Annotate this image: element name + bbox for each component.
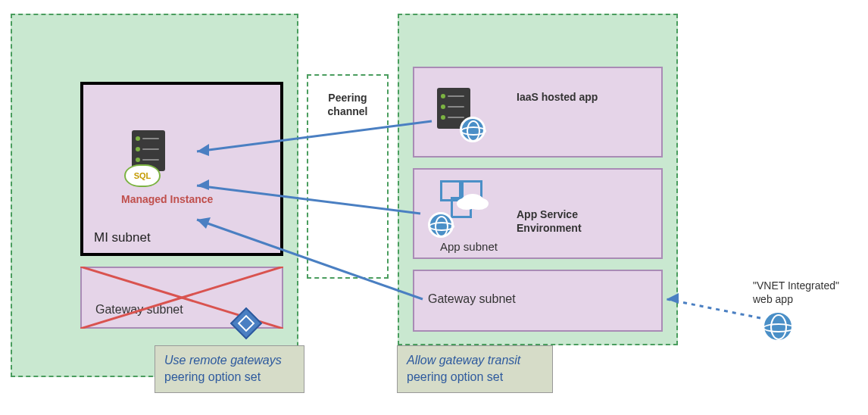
app-subnet-label: App subnet — [440, 240, 498, 253]
sql-cloud-badge: SQL — [124, 164, 161, 187]
server-line-icon — [448, 106, 464, 108]
managed-instance-label: Managed Instance — [121, 193, 213, 205]
app-service-env-label: App Service Environment — [517, 208, 582, 235]
mi-subnet-box: SQL Managed Instance MI subnet — [80, 82, 283, 256]
peering-label-line2: channel — [328, 105, 368, 117]
sql-badge-text: SQL — [134, 171, 151, 180]
cloud-icon — [461, 194, 484, 209]
left-caption-plain: peering option set — [164, 370, 261, 383]
server-line-icon — [448, 117, 464, 118]
right-caption-box: Allow gateway transit peering option set — [397, 345, 553, 393]
svg-line-9 — [667, 299, 760, 318]
right-gateway-subnet-label: Gateway subnet — [428, 292, 516, 306]
server-light-icon — [136, 147, 140, 151]
external-label-line1: "VNET Integrated" — [753, 279, 839, 292]
right-caption-plain: peering option set — [407, 370, 503, 383]
right-caption-italic: Allow gateway transit — [407, 354, 520, 367]
right-gateway-subnet-box: Gateway subnet — [413, 270, 663, 332]
server-light-icon — [136, 158, 140, 162]
globe-icon — [460, 117, 486, 142]
globe-arc-icon — [429, 222, 454, 231]
peering-label-line1: Peering — [328, 92, 367, 104]
external-globe-icon — [762, 310, 794, 342]
mi-subnet-label: MI subnet — [94, 230, 151, 245]
server-light-icon — [441, 94, 445, 98]
server-line-icon — [448, 95, 464, 97]
app-subnet-box: App Service Environment App subnet — [413, 168, 663, 259]
right-vnet-container: IaaS hosted app App Service Environment … — [398, 14, 678, 345]
server-line-icon — [142, 138, 159, 139]
globe-arc-icon — [461, 126, 486, 136]
server-light-icon — [441, 105, 445, 109]
external-app-label: "VNET Integrated" web app — [753, 279, 839, 306]
iaas-subnet-box: IaaS hosted app — [413, 67, 663, 158]
peering-channel-box: Peering channel — [307, 74, 389, 279]
server-line-icon — [142, 148, 159, 150]
left-gateway-subnet-label: Gateway subnet — [95, 303, 183, 317]
ase-line1: App Service — [517, 208, 578, 220]
diamond-inner-icon — [238, 315, 255, 332]
app-squares-icon — [440, 180, 486, 218]
server-light-icon — [136, 136, 140, 141]
left-caption-italic: Use remote gateways — [164, 354, 282, 367]
globe-icon — [428, 212, 454, 238]
server-line-icon — [142, 159, 159, 161]
ase-line2: Environment — [517, 222, 582, 234]
left-caption-box: Use remote gateways peering option set — [155, 345, 304, 393]
iaas-label: IaaS hosted app — [517, 91, 598, 103]
external-label-line2: web app — [753, 293, 793, 305]
globe-arc-icon — [763, 323, 795, 332]
server-light-icon — [441, 115, 445, 120]
